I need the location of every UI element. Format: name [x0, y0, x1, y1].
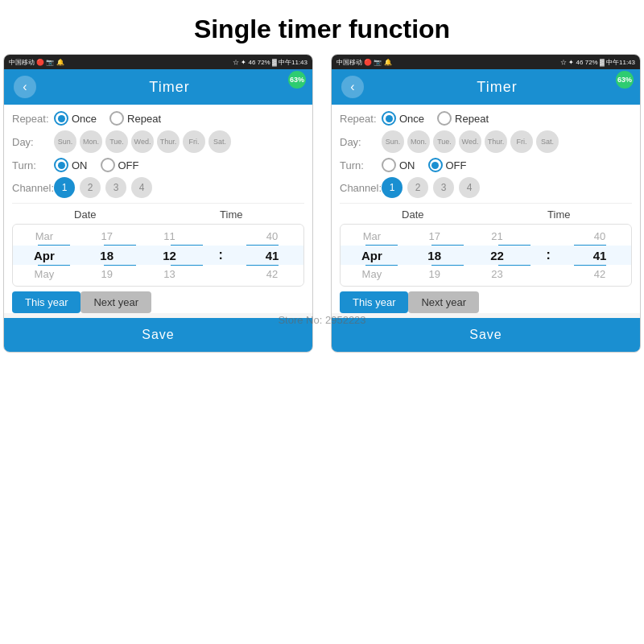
picker-box-1[interactable]: Mar 17 11 40 Apr 18: [12, 224, 304, 287]
day-thur-2[interactable]: Thur.: [485, 130, 507, 153]
div-day-1: [104, 245, 136, 246]
datetime-header-1: Date Time: [12, 203, 304, 221]
repeat-once-1[interactable]: Once: [54, 111, 97, 126]
channel-4-2[interactable]: 4: [459, 177, 480, 198]
channel-3-1[interactable]: 3: [105, 177, 126, 198]
status-bar-2: 中国移动 🔴 📷 🔔 ☆ ✦ 46 72% ▓ 中午11:43: [332, 55, 640, 69]
channel-2-2[interactable]: 2: [407, 177, 428, 198]
day-sun-1[interactable]: Sun.: [54, 130, 76, 153]
channel-1-2[interactable]: 1: [382, 177, 402, 198]
turn-group-1: ON OFF: [54, 158, 139, 172]
repeat-repeat-label-2: Repeat: [455, 113, 489, 125]
repeat-row-2: Repeat: Once Repeat: [340, 111, 632, 126]
turn-on-2[interactable]: ON: [382, 158, 415, 172]
turn-off-2[interactable]: OFF: [428, 158, 467, 172]
repeat-label-2: Repeat:: [340, 113, 382, 125]
day-sun-2[interactable]: Sun.: [382, 130, 404, 153]
div2-month-2: [365, 265, 398, 266]
div-month-2: [365, 245, 398, 246]
channel-3-2[interactable]: 3: [433, 177, 454, 198]
header-title-1: Timer: [36, 79, 303, 96]
hour-prev-1: 11: [153, 230, 185, 242]
day-fri-1[interactable]: Fri.: [183, 130, 205, 153]
content-2: Repeat: Once Repeat Day: Sun.: [332, 105, 640, 313]
day-tue-1[interactable]: Tue.: [105, 130, 128, 153]
day-fri-2[interactable]: Fri.: [510, 130, 533, 153]
month-next-1: May: [28, 268, 60, 280]
repeat-repeat-label-1: Repeat: [127, 113, 161, 125]
save-button-1[interactable]: Save: [4, 318, 312, 352]
time-col-label-2: Time: [486, 208, 633, 221]
channel-label-1: Channel:: [12, 182, 54, 194]
app-header-1: ‹ Timer 63%: [4, 69, 312, 105]
channel-circles-1: 1 2 3 4: [54, 177, 152, 198]
day-tue-2[interactable]: Tue.: [433, 130, 456, 153]
date-col-label-2: Date: [340, 208, 486, 221]
div2-colon-spacer-2: [547, 265, 557, 266]
channel-1-1[interactable]: 1: [54, 177, 75, 198]
hour-next-2: 23: [481, 268, 513, 280]
turn-off-label-1: OFF: [118, 159, 139, 171]
channel-row-2: Channel: 1 2 3 4: [340, 177, 632, 198]
div2-min-2: [574, 265, 606, 266]
turn-on-label-2: ON: [399, 159, 415, 171]
day-prev-1: 17: [91, 230, 123, 242]
app-header-2: ‹ Timer 63%: [332, 69, 640, 105]
save-button-2[interactable]: Save: [332, 318, 640, 352]
repeat-repeat-1[interactable]: Repeat: [109, 111, 161, 126]
day-sat-2[interactable]: Sat.: [536, 130, 559, 153]
day-wed-1[interactable]: Wed.: [131, 130, 154, 153]
radio-once-icon-1: [54, 111, 68, 126]
badge-1: 63%: [288, 71, 306, 89]
turn-row-2: Turn: ON OFF: [340, 158, 632, 172]
day-wed-2[interactable]: Wed.: [459, 130, 481, 153]
picker-box-2[interactable]: Mar 17 21 40 Apr 18: [340, 224, 632, 287]
repeat-once-2[interactable]: Once: [382, 111, 424, 126]
picker-row-next-1: May 19 13 42: [13, 266, 303, 283]
this-year-btn-2[interactable]: This year: [340, 291, 408, 313]
div-hour-1: [171, 245, 203, 246]
div-hour-2: [498, 245, 530, 246]
turn-group-2: ON OFF: [382, 158, 467, 172]
day-mon-1[interactable]: Mon.: [80, 130, 102, 153]
panel-2: 中国移动 🔴 📷 🔔 ☆ ✦ 46 72% ▓ 中午11:43 ‹ Timer …: [331, 54, 641, 353]
min-prev-2: 40: [584, 230, 616, 242]
div-colon-spacer-1: [220, 245, 229, 246]
repeat-repeat-2[interactable]: Repeat: [437, 111, 489, 126]
radio-off-icon-1: [101, 158, 115, 172]
day-next-2: 19: [419, 268, 451, 280]
next-year-btn-1[interactable]: Next year: [80, 291, 151, 313]
this-year-btn-1[interactable]: This year: [12, 291, 80, 313]
repeat-row-1: Repeat: Once Repeat: [12, 111, 304, 126]
content-1: Repeat: Once Repeat Day: Sun.: [4, 105, 312, 313]
picker-row-next-2: May 19 23 42: [341, 266, 631, 283]
time-col-label-1: Time: [159, 208, 305, 221]
day-mon-2[interactable]: Mon.: [407, 130, 430, 153]
back-button-2[interactable]: ‹: [341, 76, 364, 98]
turn-off-label-2: OFF: [446, 159, 467, 171]
channel-4-1[interactable]: 4: [131, 177, 152, 198]
badge-2: 63%: [616, 71, 634, 89]
day-sat-1[interactable]: Sat.: [208, 130, 231, 153]
day-circles-1: Sun. Mon. Tue. Wed. Thur. Fri. Sat.: [54, 130, 231, 153]
div-min-1: [246, 245, 279, 246]
turn-on-1[interactable]: ON: [54, 158, 88, 172]
month-next-2: May: [356, 268, 388, 280]
channel-2-1[interactable]: 2: [80, 177, 101, 198]
next-year-btn-2[interactable]: Next year: [408, 291, 479, 313]
channel-row-1: Channel: 1 2 3 4: [12, 177, 304, 198]
hour-next-1: 13: [153, 268, 185, 280]
status-right-2: ☆ ✦ 46 72% ▓ 中午11:43: [560, 58, 635, 67]
status-left-2: 中国移动 🔴 📷 🔔: [336, 58, 392, 67]
div2-day-2: [431, 265, 464, 266]
back-button-1[interactable]: ‹: [14, 76, 36, 98]
day-thur-1[interactable]: Thur.: [157, 130, 180, 153]
day-row-2: Day: Sun. Mon. Tue. Wed. Thur. Fri. Sat.: [340, 130, 632, 153]
min-prev-1: 40: [256, 230, 288, 242]
hour-sel-1: 12: [153, 249, 185, 262]
month-sel-1: Apr: [28, 249, 60, 262]
turn-off-1[interactable]: OFF: [101, 158, 139, 172]
repeat-label-1: Repeat:: [12, 113, 54, 125]
turn-label-2: Turn:: [340, 159, 382, 171]
radio-off-icon-2: [428, 158, 443, 172]
